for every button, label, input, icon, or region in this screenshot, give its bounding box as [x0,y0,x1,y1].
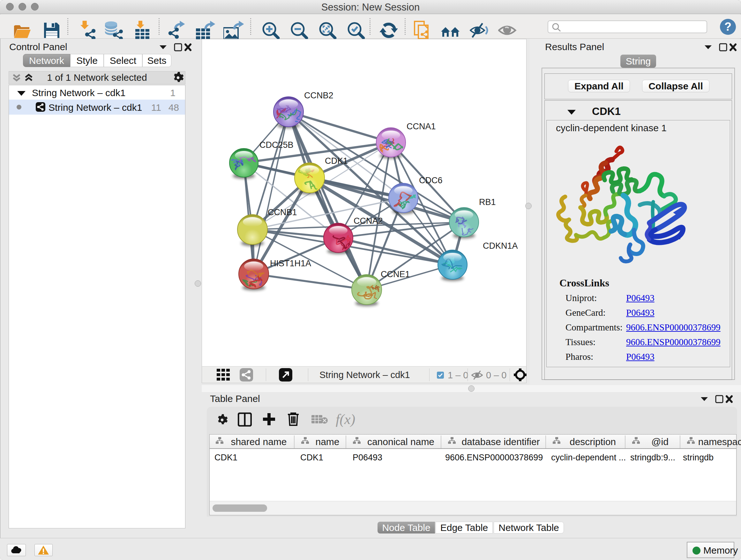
svg-text:HIST1H1A: HIST1H1A [270,259,311,268]
svg-text:CCNE1: CCNE1 [381,269,410,279]
svg-text:CDC6: CDC6 [419,176,443,185]
svg-text:CDK1: CDK1 [325,156,348,166]
svg-text:CDC25B: CDC25B [259,140,293,150]
svg-text:CCNB1: CCNB1 [268,207,297,217]
svg-text:CCNA2: CCNA2 [354,216,383,226]
svg-text:RB1: RB1 [479,197,496,207]
svg-text:CDKN1A: CDKN1A [483,241,518,251]
svg-text:CCNA1: CCNA1 [407,122,436,131]
svg-text:CCNB2: CCNB2 [304,91,333,100]
